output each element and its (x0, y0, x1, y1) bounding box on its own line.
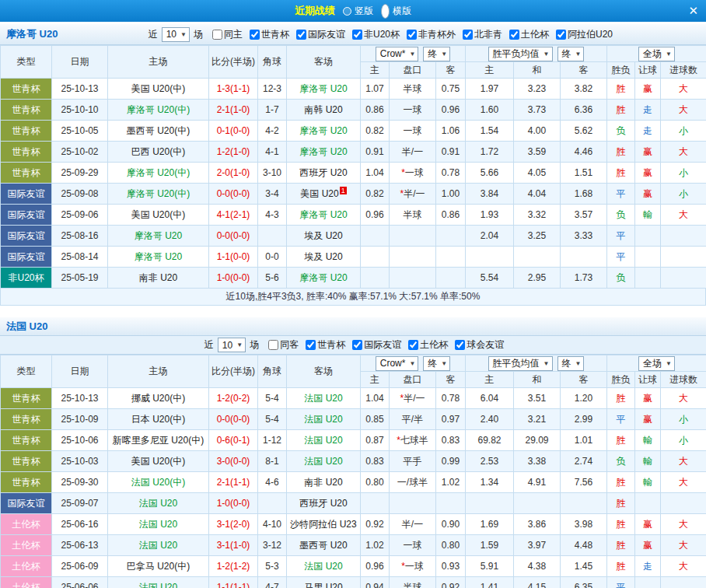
home-team[interactable]: 新喀里多尼亚 U20(中) (108, 430, 209, 451)
filter-option[interactable]: 土伦杯 (403, 338, 448, 352)
away-team[interactable]: 摩洛哥 U20 (287, 79, 361, 100)
home-team[interactable]: 法国 U20 (108, 577, 209, 588)
bookmaker-select-value: Crow* (380, 48, 406, 59)
avg-final-select[interactable]: 终▼ (557, 356, 585, 371)
away-team[interactable]: 法国 U20 (287, 430, 361, 451)
avg-draw: 4.05 (514, 163, 561, 184)
avg-away-win: 5.62 (561, 121, 607, 142)
summary-stats: 近10场,胜4平3负3, 胜率:40% 赢率:57.1% 大:57.1% 单率:… (0, 289, 706, 306)
filter-checkbox[interactable] (212, 30, 222, 40)
handicap-result-badge: 輸 (635, 430, 661, 451)
odds-handicap: *一球 (390, 163, 436, 184)
filter-checkbox[interactable] (250, 30, 260, 40)
away-team[interactable]: 西班牙 U20 (287, 163, 361, 184)
home-team[interactable]: 摩洛哥 U20(中) (108, 184, 209, 205)
filter-checkbox[interactable] (352, 30, 362, 40)
league-type: 国际友谊 (1, 226, 52, 247)
home-team[interactable]: 法国 U20 (108, 514, 209, 535)
home-team[interactable]: 挪威 U20(中) (108, 388, 209, 409)
away-team[interactable]: 埃及 U20 (287, 247, 361, 268)
home-team[interactable]: 巴西 U20(中) (108, 142, 209, 163)
close-icon[interactable]: ✕ (688, 4, 698, 18)
filter-option[interactable]: 同客 (263, 338, 299, 352)
odds-away: 0.78 (436, 388, 466, 409)
filter-checkbox[interactable] (306, 340, 316, 350)
avg-odds-select[interactable]: 胜平负均值▼ (488, 356, 553, 371)
view-option-vertical[interactable]: 竖版 (343, 5, 373, 18)
away-team[interactable]: 埃及 U20 (287, 226, 361, 247)
away-team[interactable]: 摩洛哥 U20 (287, 268, 361, 289)
odds-final-select[interactable]: 终▼ (423, 356, 450, 371)
odds-final-select[interactable]: 终▼ (423, 47, 450, 61)
home-team[interactable]: 摩洛哥 U20 (108, 247, 209, 268)
filter-checkbox[interactable] (352, 340, 362, 350)
filter-checkbox[interactable] (296, 30, 306, 40)
filter-option-label: 世青杯 (317, 338, 345, 352)
filter-option[interactable]: 土伦杯 (504, 28, 549, 41)
scope-select[interactable]: 全场▼ (638, 47, 675, 61)
odds-home: 0.83 (361, 451, 390, 472)
scope-select[interactable]: 全场▼ (638, 356, 675, 371)
home-team[interactable]: 法国 U20 (108, 535, 209, 556)
away-team[interactable]: 法国 U20 (287, 556, 361, 577)
result-badge: 胜 (607, 493, 635, 514)
filter-checkbox[interactable] (407, 30, 417, 40)
filter-checkbox[interactable] (463, 30, 473, 40)
filter-option[interactable]: 球会友谊 (449, 338, 504, 352)
odds-away (436, 268, 466, 289)
away-team[interactable]: 西班牙 U20 (287, 493, 361, 514)
filter-checkbox[interactable] (455, 340, 465, 350)
filter-option[interactable]: 国际友谊 (291, 28, 345, 41)
filter-checkbox[interactable] (509, 30, 519, 40)
home-team[interactable]: 日本 U20(中) (108, 409, 209, 430)
away-team[interactable]: 南非 U20 (287, 472, 361, 493)
avg-odds-select[interactable]: 胜平负均值▼ (488, 47, 553, 61)
filter-option[interactable]: 国际友谊 (347, 338, 401, 352)
filter-option[interactable]: 阿拉伯U20 (550, 28, 613, 41)
home-team[interactable]: 南非 U20 (108, 268, 209, 289)
away-team[interactable]: 摩洛哥 U20 (287, 142, 361, 163)
home-team[interactable]: 美国 U20(中) (108, 79, 209, 100)
away-team[interactable]: 法国 U20 (287, 451, 361, 472)
match-count-select[interactable]: 10▼ (218, 338, 246, 352)
filter-checkbox[interactable] (556, 30, 566, 40)
home-team[interactable]: 美国 U20(中) (108, 451, 209, 472)
home-team[interactable]: 摩洛哥 U20(中) (108, 100, 209, 121)
corner-score: 3-12 (258, 535, 287, 556)
odds-handicap: 一/球半 (390, 472, 436, 493)
away-team[interactable]: 南韩 U20 (287, 100, 361, 121)
away-team[interactable]: 法国 U20 (287, 409, 361, 430)
home-team[interactable]: 法国 U20 (108, 493, 209, 514)
away-team[interactable]: 墨西哥 U20 (287, 535, 361, 556)
away-team[interactable]: 摩洛哥 U20 (287, 205, 361, 226)
away-team[interactable]: 摩洛哥 U20 (287, 121, 361, 142)
filter-option[interactable]: 非U20杯 (347, 28, 400, 41)
avg-final-select[interactable]: 终▼ (557, 47, 585, 61)
filter-option[interactable]: 非青杯外 (401, 28, 456, 41)
home-team[interactable]: 美国 U20(中) (108, 205, 209, 226)
home-team[interactable]: 法国 U20(中) (108, 472, 209, 493)
match-score: 1-2(1-2) (209, 556, 258, 577)
home-team[interactable]: 巴拿马 U20(中) (108, 556, 209, 577)
match-score: 3-1(1-0) (209, 535, 258, 556)
filter-option[interactable]: 北非青 (457, 28, 502, 41)
odds-group-header: Crow*▼ 终▼ (361, 46, 466, 62)
filter-option[interactable]: 世青杯 (300, 338, 345, 352)
bookmaker-select[interactable]: Crow*▼ (376, 47, 419, 61)
away-team[interactable]: 沙特阿拉伯 U23 (287, 514, 361, 535)
handicap-result-badge: 赢 (635, 79, 661, 100)
filter-checkbox[interactable] (408, 340, 418, 350)
view-option-horizontal[interactable]: 横版 (381, 4, 411, 19)
away-team[interactable]: 美国 U201 (287, 184, 361, 205)
match-count-select[interactable]: 10▼ (162, 27, 190, 42)
filter-option[interactable]: 世青杯 (244, 28, 289, 41)
filter-checkbox[interactable] (268, 340, 278, 350)
bookmaker-select[interactable]: Crow*▼ (376, 356, 419, 371)
home-team[interactable]: 墨西哥 U20(中) (108, 121, 209, 142)
filter-option[interactable]: 同主 (207, 28, 243, 41)
away-team[interactable]: 马里 U20 (287, 577, 361, 588)
home-team[interactable]: 摩洛哥 U20 (108, 226, 209, 247)
home-team[interactable]: 摩洛哥 U20(中) (108, 163, 209, 184)
away-team[interactable]: 法国 U20 (287, 388, 361, 409)
handicap-result-badge: 赢 (635, 184, 661, 205)
